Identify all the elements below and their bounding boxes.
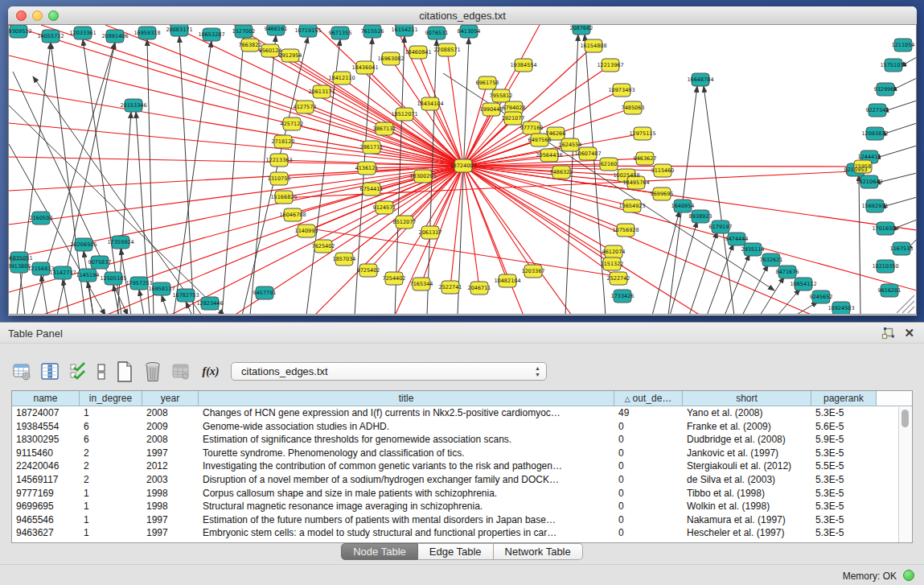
table-cell[interactable]: 9699695 — [12, 500, 80, 513]
citation-network-graph[interactable]: 1930951214055712120333612089140616959318… — [9, 25, 917, 315]
delete-column-icon[interactable] — [170, 361, 191, 382]
tab-edge-table[interactable]: Edge Table — [418, 543, 494, 560]
table-cell[interactable]: 1997 — [142, 513, 199, 527]
column-header-title[interactable]: title — [199, 391, 614, 406]
create-table-icon[interactable] — [114, 361, 135, 382]
table-cell[interactable]: 1 — [80, 487, 142, 501]
table-cell[interactable]: 49 — [614, 406, 683, 420]
table-cell[interactable]: Wolkin et al. (1998) — [683, 500, 811, 513]
table-cell[interactable]: Structural magnetic resonance image aver… — [199, 500, 614, 513]
table-cell[interactable]: 5.3E-5 — [811, 487, 877, 501]
close-panel-icon[interactable]: ✕ — [904, 326, 914, 340]
table-cell[interactable]: 0 — [614, 487, 683, 501]
table-row[interactable]: 969969511998Structural magnetic resonanc… — [12, 500, 912, 513]
table-cell[interactable]: Jankovic et al. (1997) — [683, 447, 811, 460]
table-cell[interactable]: 0 — [614, 420, 683, 434]
table-cell[interactable]: 2 — [80, 459, 142, 473]
table-cell[interactable]: Embryonic stem cells: a model to study s… — [199, 526, 614, 540]
table-cell[interactable]: 0 — [614, 513, 683, 527]
column-header-year[interactable]: year — [142, 391, 199, 406]
table-cell[interactable]: 1997 — [142, 526, 199, 540]
tab-network-table[interactable]: Network Table — [494, 543, 583, 560]
column-header-short[interactable]: short — [683, 391, 811, 406]
table-cell[interactable]: 5.3E-5 — [811, 500, 877, 513]
table-cell[interactable]: 1998 — [142, 500, 199, 513]
table-cell[interactable]: 2009 — [142, 420, 199, 434]
row-height-icon[interactable] — [96, 361, 107, 382]
table-settings-icon[interactable] — [11, 361, 32, 382]
table-cell[interactable]: Dudbridge et al. (2008) — [683, 433, 811, 447]
table-cell[interactable]: 1 — [80, 526, 142, 540]
table-row[interactable]: 1456911722003Disruption of a novel membe… — [12, 473, 912, 487]
table-cell[interactable]: 6 — [80, 420, 142, 434]
table-cell[interactable]: 0 — [614, 473, 683, 487]
table-row[interactable]: 1872400712008Changes of HCN gene express… — [12, 406, 912, 420]
table-cell[interactable]: 18300295 — [12, 433, 80, 447]
table-cell[interactable]: 9777169 — [12, 487, 80, 501]
table-cell[interactable]: Nakamura et al. (1997) — [683, 513, 811, 527]
table-cell[interactable]: 2012 — [142, 459, 199, 473]
table-cell[interactable]: 5.3E-5 — [811, 447, 877, 460]
table-cell[interactable]: 5.3E-5 — [811, 526, 877, 540]
table-row[interactable]: 1938455462009Genome-wide association stu… — [12, 420, 912, 434]
table-cell[interactable]: 1 — [80, 406, 142, 420]
table-cell[interactable]: 9465546 — [12, 513, 80, 527]
column-header-in_degree[interactable]: in_degree — [80, 391, 142, 406]
table-cell[interactable]: Tibbo et al. (1998) — [683, 487, 811, 501]
table-cell[interactable]: 0 — [614, 459, 683, 473]
column-header-out_de[interactable]: △out_de… — [614, 391, 683, 406]
table-cell[interactable]: 9463627 — [12, 526, 80, 540]
table-cell[interactable]: Disruption of a novel member of a sodium… — [199, 473, 614, 487]
table-cell[interactable]: 5.3E-5 — [811, 513, 877, 527]
table-cell[interactable]: Stergiakouli et al. (2012) — [683, 459, 811, 473]
table-cell[interactable]: Estimation of significance thresholds fo… — [199, 433, 614, 447]
table-cell[interactable]: 14569117 — [12, 473, 80, 487]
table-cell[interactable]: 1998 — [142, 487, 199, 501]
table-cell[interactable]: Estimation of the future numbers of pati… — [199, 513, 614, 527]
table-cell[interactable]: 6 — [80, 433, 142, 447]
table-row[interactable]: 946362711997Embryonic stem cells: a mode… — [12, 526, 912, 540]
table-row[interactable]: 946554611997Estimation of the future num… — [12, 513, 912, 527]
table-cell[interactable]: 2008 — [142, 406, 199, 420]
column-header-pagerank[interactable]: pagerank — [811, 391, 877, 406]
table-cell[interactable]: 1997 — [142, 447, 199, 460]
table-cell[interactable]: 22420046 — [12, 459, 80, 473]
import-table-icon[interactable] — [68, 361, 88, 382]
table-cell[interactable]: 1 — [80, 500, 142, 513]
table-cell[interactable]: 0 — [614, 433, 683, 447]
table-row[interactable]: 977716911998Corpus callosum shape and si… — [12, 487, 912, 501]
table-row[interactable]: 1830029562008Estimation of significance … — [12, 433, 912, 447]
scrollbar-thumb[interactable] — [901, 410, 909, 427]
window-titlebar[interactable]: citations_edges.txt — [8, 6, 917, 25]
table-cell[interactable]: Changes of HCN gene expression and I(f) … — [199, 406, 614, 420]
table-cell[interactable]: Genome-wide association studies in ADHD. — [199, 420, 614, 434]
table-cell[interactable]: Investigating the contribution of common… — [199, 459, 614, 473]
table-cell[interactable]: Tourette syndrome. Phenomenology and cla… — [199, 447, 614, 460]
table-cell[interactable]: Corpus callosum shape and size in male p… — [199, 487, 614, 501]
table-cell[interactable]: 5.5E-5 — [811, 459, 877, 473]
table-cell[interactable]: 2 — [80, 473, 142, 487]
delete-table-icon[interactable] — [142, 361, 163, 382]
table-cell[interactable]: 18724007 — [12, 406, 80, 420]
function-builder-icon[interactable]: f(x) — [199, 361, 223, 382]
table-cell[interactable]: 5.3E-5 — [811, 406, 877, 420]
table-cell[interactable]: 0 — [614, 447, 683, 460]
table-cell[interactable]: Hescheler et al. (1997) — [683, 526, 811, 540]
table-cell[interactable]: 5.9E-5 — [811, 433, 877, 447]
table-cell[interactable]: 5.3E-5 — [811, 473, 877, 487]
table-cell[interactable]: 5.6E-5 — [811, 420, 877, 434]
table-cell[interactable]: 2 — [80, 447, 142, 460]
table-cell[interactable]: 2003 — [142, 473, 199, 487]
table-cell[interactable]: Franke et al. (2009) — [683, 420, 811, 434]
table-row[interactable]: 2242004622012Investigating the contribut… — [12, 459, 912, 473]
table-cell[interactable]: 0 — [614, 500, 683, 513]
table-cell[interactable]: 19384554 — [12, 420, 80, 434]
float-window-icon[interactable] — [881, 328, 894, 340]
table-cell[interactable]: 1 — [80, 513, 142, 527]
table-row[interactable]: 911546021997Tourette syndrome. Phenomeno… — [12, 447, 912, 460]
table-cell[interactable]: Yano et al. (2008) — [683, 406, 811, 420]
table-selector-dropdown[interactable]: citations_edges.txt ▲▼ — [231, 362, 547, 381]
network-canvas[interactable]: 1930951214055712120333612089140616959318… — [8, 25, 917, 315]
resize-grip-icon[interactable] — [897, 295, 914, 313]
column-header-name[interactable]: name — [12, 391, 80, 406]
